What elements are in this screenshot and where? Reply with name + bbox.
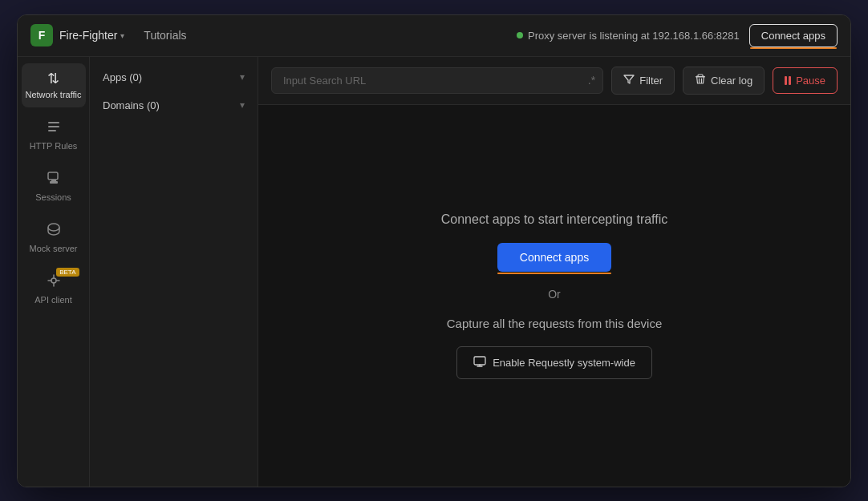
app-name-chevron-icon: ▾ — [120, 31, 124, 40]
titlebar-left: F Fire-Fighter ▾ Tutorials — [30, 24, 187, 46]
app-window: F Fire-Fighter ▾ Tutorials Proxy server … — [17, 14, 851, 487]
sidebar-item-label: API client — [34, 295, 71, 305]
apps-chevron-icon: ▾ — [240, 71, 245, 83]
sidebar-item-label: HTTP Rules — [30, 141, 78, 151]
proxy-status: Proxy server is listening at 192.168.1.6… — [517, 30, 740, 42]
status-dot-icon — [517, 32, 523, 38]
connect-apps-main-button[interactable]: Connect apps — [497, 243, 611, 272]
system-wide-button[interactable]: Enable Requestly system-wide — [456, 346, 652, 379]
or-divider: Or — [548, 288, 561, 301]
sidebar-item-label: Mock server — [30, 244, 78, 253]
sidebar-item-network-traffic[interactable]: ⇅ Network traffic — [22, 63, 86, 107]
titlebar-right: Proxy server is listening at 192.168.1.6… — [517, 24, 838, 47]
sidebar: ⇅ Network traffic HTTP Rules — [18, 57, 90, 487]
svg-rect-8 — [474, 357, 485, 365]
domains-chevron-icon: ▾ — [240, 99, 245, 111]
search-input[interactable] — [271, 67, 603, 94]
content-area: Connect apps to start intercepting traff… — [258, 105, 850, 487]
left-panel: Apps (0) ▾ Domains (0) ▾ — [90, 57, 258, 487]
apps-section[interactable]: Apps (0) ▾ — [90, 63, 258, 91]
clear-log-button[interactable]: Clear log — [683, 67, 765, 95]
mock-server-icon — [46, 221, 62, 240]
sessions-icon — [46, 170, 62, 188]
svg-rect-3 — [48, 172, 58, 180]
domains-label: Domains (0) — [103, 99, 160, 111]
http-rules-icon — [46, 119, 62, 137]
svg-rect-1 — [48, 126, 59, 127]
sidebar-item-api-client[interactable]: BETA API client — [22, 265, 86, 313]
svg-rect-2 — [48, 130, 56, 131]
tutorials-link[interactable]: Tutorials — [144, 29, 186, 42]
filter-icon — [623, 74, 635, 87]
svg-rect-4 — [50, 181, 58, 184]
apps-label: Apps (0) — [103, 71, 142, 83]
main-layout: ⇅ Network traffic HTTP Rules — [18, 57, 850, 487]
monitor-icon — [473, 355, 486, 370]
pause-button[interactable]: Pause — [773, 67, 838, 94]
svg-rect-0 — [48, 122, 59, 123]
network-traffic-icon: ⇅ — [47, 71, 59, 86]
sidebar-item-label: Network traffic — [25, 90, 81, 99]
capture-message: Capture all the requests from this devic… — [447, 317, 662, 330]
toolbar: .* Filter — [258, 57, 850, 105]
empty-message: Connect apps to start intercepting traff… — [441, 212, 668, 227]
app-name[interactable]: Fire-Fighter ▾ — [59, 29, 124, 42]
connect-apps-top-button[interactable]: Connect apps — [749, 24, 838, 47]
svg-rect-5 — [51, 180, 56, 181]
beta-badge: BETA — [56, 268, 79, 277]
app-logo: F — [30, 24, 53, 46]
clear-log-icon — [695, 74, 706, 87]
domains-section[interactable]: Domains (0) ▾ — [90, 91, 258, 119]
filter-button[interactable]: Filter — [611, 67, 675, 95]
sidebar-item-mock-server[interactable]: Mock server — [22, 213, 86, 261]
sidebar-item-label: Sessions — [35, 192, 71, 202]
pause-icon — [785, 76, 791, 85]
svg-point-6 — [51, 278, 56, 283]
search-container: .* — [271, 67, 603, 94]
sidebar-item-sessions[interactable]: Sessions — [22, 162, 86, 210]
titlebar: F Fire-Fighter ▾ Tutorials Proxy server … — [18, 15, 850, 57]
main-content: .* Filter — [258, 57, 850, 487]
sidebar-item-http-rules[interactable]: HTTP Rules — [22, 111, 86, 159]
